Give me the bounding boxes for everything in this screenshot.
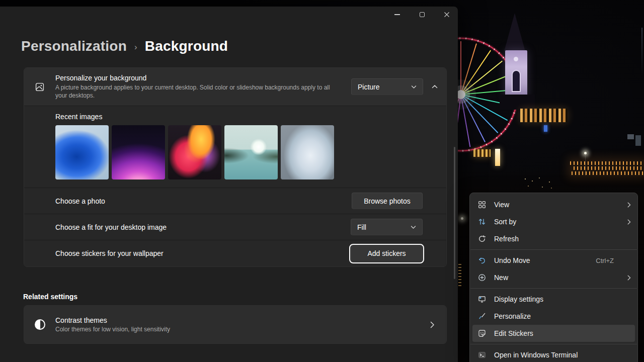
wallpaper-thumbnail-windows-bloom-blue[interactable] [55, 125, 109, 179]
view-grid-icon [478, 201, 486, 209]
menu-label: New [494, 274, 622, 282]
recent-images-list [55, 125, 438, 179]
submenu-chevron-icon [627, 275, 631, 281]
close-icon [444, 12, 450, 18]
background-type-dropdown[interactable]: Picture [351, 78, 423, 95]
lit-building-windows [520, 109, 568, 122]
menu-label: Refresh [494, 235, 622, 243]
close-button[interactable] [439, 9, 454, 21]
menu-label: Sort by [494, 218, 622, 226]
image-icon [35, 82, 45, 92]
recent-images-label: Recent images [55, 113, 438, 121]
windows-terminal-icon [478, 351, 486, 359]
submenu-chevron-icon [627, 202, 631, 208]
menu-label: Personalize [494, 312, 622, 320]
recent-images-section: Recent images [24, 106, 446, 188]
choose-photo-row: Choose a photo Browse photos [24, 188, 446, 214]
page-title: Background [145, 38, 228, 54]
background-expander-header[interactable]: Personalize your background A picture ba… [24, 68, 446, 106]
vertical-garland [458, 264, 461, 287]
street-lamp-pole [585, 154, 586, 175]
menu-item-refresh[interactable]: Refresh [472, 230, 635, 247]
breadcrumb-personalization[interactable]: Personalization [21, 38, 127, 54]
street-lamp-light [461, 217, 463, 220]
string-lights [574, 166, 644, 170]
distant-window [635, 135, 641, 146]
browse-photos-button[interactable]: Browse photos [352, 193, 423, 209]
menu-separator [470, 344, 637, 344]
wallpaper-thumbnail-paper-bloom[interactable] [281, 125, 334, 179]
background-expander-card: Personalize your background A picture ba… [24, 67, 447, 267]
desktop-context-menu: View Sort by Refresh [469, 193, 638, 362]
sort-arrows-icon [478, 218, 486, 226]
menu-separator [470, 288, 637, 289]
related-settings-heading: Related settings [23, 293, 77, 301]
maximize-icon [420, 12, 425, 17]
string-lights [570, 161, 644, 165]
choose-stickers-label: Choose stickers for your wallpaper [55, 249, 351, 257]
add-stickers-label: Add stickers [367, 249, 406, 257]
display-settings-icon [478, 295, 486, 303]
minimize-icon [394, 14, 400, 15]
menu-item-sort-by[interactable]: Sort by [472, 213, 635, 230]
background-type-value: Picture [358, 83, 380, 91]
expander-collapse-toggle[interactable] [423, 84, 446, 89]
menu-label: Open in Windows Terminal [494, 351, 622, 359]
building-roofline [500, 95, 535, 110]
choose-stickers-row: Choose stickers for your wallpaper Add s… [24, 240, 446, 266]
breadcrumb-separator-icon: › [134, 42, 137, 52]
browse-photos-label: Browse photos [364, 197, 411, 205]
blue-lit-window [544, 125, 547, 132]
menu-label: Edit Stickers [494, 329, 622, 337]
settings-window: Personalization › Background Personalize… [0, 7, 458, 362]
window-scrollbar[interactable] [454, 147, 455, 279]
refresh-icon [478, 235, 486, 243]
maximize-button[interactable] [415, 9, 430, 21]
menu-item-new[interactable]: New [472, 269, 635, 286]
menu-label: Undo Move [494, 256, 596, 264]
personalize-brush-icon [478, 312, 486, 320]
tree-lights [525, 178, 526, 179]
wallpaper-thumbnail-abstract-flower[interactable] [168, 125, 221, 179]
light-streak [641, 28, 642, 75]
menu-item-edit-stickers[interactable]: Edit Stickers [472, 325, 635, 342]
menu-item-personalize[interactable]: Personalize [472, 308, 635, 325]
church-spire [504, 13, 525, 51]
menu-label: View [494, 201, 622, 209]
contrast-themes-title: Contrast themes [55, 316, 418, 324]
chevron-down-icon [411, 225, 416, 229]
market-lights [473, 149, 491, 157]
card-description: A picture background applies to your cur… [55, 83, 336, 100]
lit-sign [495, 149, 500, 166]
string-lights [572, 171, 644, 175]
add-stickers-button[interactable]: Add stickers [351, 245, 423, 262]
menu-separator [470, 249, 637, 250]
contrast-icon [35, 319, 45, 330]
undo-icon [478, 256, 486, 264]
menu-item-undo-move[interactable]: Undo Move Ctrl+Z [472, 252, 635, 269]
contrast-themes-description: Color themes for low vision, light sensi… [55, 326, 418, 333]
new-plus-icon [478, 274, 486, 282]
fit-dropdown[interactable]: Fill [351, 219, 423, 235]
chevron-down-icon [411, 85, 417, 89]
distant-window [627, 134, 634, 139]
chevron-up-icon [432, 84, 438, 89]
choose-photo-label: Choose a photo [55, 197, 352, 205]
choose-fit-row: Choose a fit for your desktop image Fill [24, 214, 446, 240]
submenu-chevron-icon [627, 219, 631, 225]
menu-item-open-in-windows-terminal[interactable]: Open in Windows Terminal [472, 346, 635, 362]
chevron-right-icon [430, 321, 435, 328]
contrast-themes-card[interactable]: Contrast themes Color themes for low vis… [24, 305, 447, 344]
church-clock [514, 57, 518, 61]
edit-stickers-icon [478, 329, 486, 337]
card-title: Personalize your background [55, 74, 346, 82]
choose-fit-label: Choose a fit for your desktop image [55, 223, 351, 231]
minimize-button[interactable] [389, 9, 405, 21]
screen: Personalization › Background Personalize… [0, 0, 644, 362]
menu-shortcut: Ctrl+Z [596, 257, 614, 264]
menu-item-display-settings[interactable]: Display settings [472, 291, 635, 308]
menu-item-view[interactable]: View [472, 196, 635, 213]
wallpaper-thumbnail-windows-bloom-dark[interactable] [112, 125, 165, 179]
wallpaper-thumbnail-lake-sunrise[interactable] [224, 125, 278, 179]
church-arch-window [513, 71, 520, 91]
